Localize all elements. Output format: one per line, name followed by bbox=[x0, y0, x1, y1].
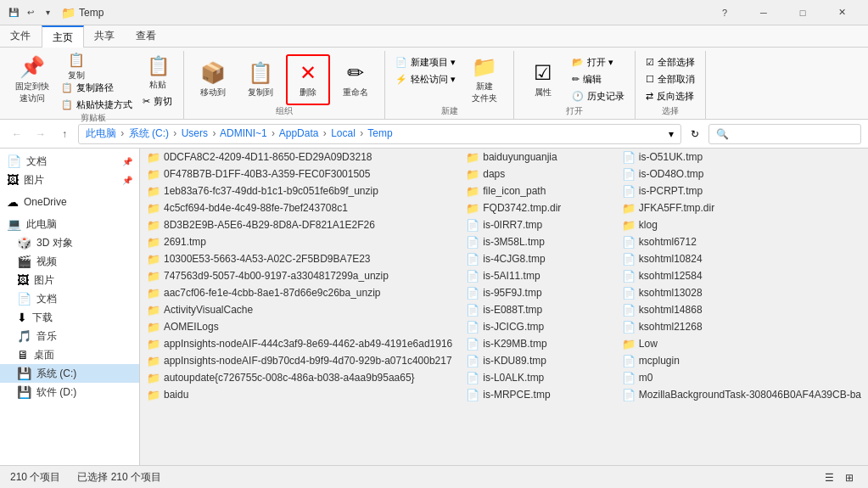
refresh-button[interactable]: ↻ bbox=[685, 124, 705, 144]
copy-path-button[interactable]: 📋 复制路径 bbox=[58, 80, 136, 95]
list-item[interactable]: 📄is-95F9J.tmp bbox=[459, 284, 615, 301]
tab-share[interactable]: 共享 bbox=[84, 25, 126, 47]
list-item[interactable]: 📁baiduyunguanjia bbox=[459, 149, 615, 165]
tab-file[interactable]: 文件 bbox=[0, 25, 42, 47]
sidebar-item-music[interactable]: 🎵 音乐 bbox=[0, 327, 139, 345]
paste-button[interactable]: 📋 粘贴 bbox=[139, 54, 176, 92]
maximize-button[interactable]: □ bbox=[783, 0, 822, 25]
list-item[interactable]: 📄mcplugin bbox=[615, 352, 868, 369]
list-item[interactable]: 📁2691.tmp bbox=[140, 233, 459, 250]
cut-button[interactable]: ✂ 剪切 bbox=[139, 93, 176, 109]
list-item[interactable]: 📁Low bbox=[615, 335, 868, 352]
easy-access-button[interactable]: ⚡ 轻松访问 ▾ bbox=[392, 71, 459, 87]
undo-icon[interactable]: ↩ bbox=[24, 6, 37, 20]
customize-icon[interactable]: ▾ bbox=[41, 6, 54, 20]
pin-button[interactable]: 📌 固定到快速访问 bbox=[10, 54, 54, 105]
sidebar-item-docs2[interactable]: 📄 文档 bbox=[0, 289, 139, 308]
new-item-button[interactable]: 📄 新建项目 ▾ bbox=[392, 54, 459, 70]
list-item[interactable]: 📄m0 bbox=[615, 369, 868, 386]
list-item[interactable]: 📄ksohtml12584 bbox=[615, 267, 868, 284]
list-item[interactable]: 📄ksohtml6712 bbox=[615, 233, 868, 250]
path-appdata[interactable]: AppData bbox=[279, 127, 319, 139]
list-item[interactable]: 📄is-KDU89.tmp bbox=[459, 352, 615, 369]
path-admin[interactable]: ADMINI~1 bbox=[220, 127, 267, 139]
search-box[interactable]: 🔍 bbox=[708, 124, 861, 144]
list-item[interactable]: 📄is-JCICG.tmp bbox=[459, 318, 615, 335]
move-to-button[interactable]: 📦 移动到 bbox=[191, 54, 235, 105]
rename-button[interactable]: ✏ 重命名 bbox=[333, 54, 378, 105]
list-item[interactable]: 📁4c5cf694-bd4e-4c49-88fe-7bef243708c1 bbox=[140, 199, 459, 216]
sidebar-item-software-d[interactable]: 💾 软件 (D:) bbox=[0, 383, 139, 401]
sidebar-item-pictures[interactable]: 🖼 图片 📌 bbox=[0, 171, 139, 189]
list-item[interactable]: 📄ksohtml10824 bbox=[615, 250, 868, 267]
help-button[interactable]: ? bbox=[705, 0, 744, 25]
list-item[interactable]: 📄ksohtml14868 bbox=[615, 301, 868, 318]
list-item[interactable]: 📁klog bbox=[615, 216, 868, 233]
list-item[interactable]: 📄is-3M58L.tmp bbox=[459, 233, 615, 250]
quick-save-icon[interactable]: 💾 bbox=[7, 6, 20, 20]
list-item[interactable]: 📄is-L0ALK.tmp bbox=[459, 369, 615, 386]
list-item[interactable]: 📄is-4CJG8.tmp bbox=[459, 250, 615, 267]
list-item[interactable]: 📁1eb83a76-fc37-49dd-b1c1-b9c051fe6b9f_un… bbox=[140, 182, 459, 199]
select-none-button[interactable]: ☐ 全部取消 bbox=[642, 71, 698, 87]
list-item[interactable]: 📄is-0IRR7.tmp bbox=[459, 216, 615, 233]
invert-select-button[interactable]: ⇄ 反向选择 bbox=[642, 88, 698, 104]
list-item[interactable]: 📄is-O51UK.tmp bbox=[615, 149, 868, 165]
list-item[interactable]: 📁0F478B7B-D1FF-40B3-A359-FEC0F3001505 bbox=[140, 165, 459, 182]
properties-button[interactable]: ☑ 属性 bbox=[521, 54, 565, 105]
back-button[interactable]: ← bbox=[7, 124, 27, 144]
open-button[interactable]: 📂 打开 ▾ bbox=[568, 54, 628, 70]
copy-to-button[interactable]: 📋 复制到 bbox=[238, 54, 283, 105]
list-item[interactable]: 📄is-E088T.tmp bbox=[459, 301, 615, 318]
list-item[interactable]: 📄is-PCRPT.tmp bbox=[615, 182, 868, 199]
list-item[interactable]: 📄is-5AI11.tmp bbox=[459, 267, 615, 284]
list-item[interactable]: 📁daps bbox=[459, 165, 615, 182]
list-item[interactable]: 📁baidu bbox=[140, 386, 459, 403]
list-item[interactable]: 📁appInsights-nodeAIF-d9b70cd4-b9f9-4d70-… bbox=[140, 352, 459, 369]
list-item[interactable]: 📄MozillaBackgroundTask-308046B0AF4A39CB-… bbox=[615, 386, 868, 403]
path-pc[interactable]: 此电脑 bbox=[86, 127, 116, 139]
history-button[interactable]: 🕐 历史记录 bbox=[568, 88, 628, 104]
list-item[interactable]: 📁ActivityVisualCache bbox=[140, 301, 459, 318]
edit-button[interactable]: ✏ 编辑 bbox=[568, 71, 628, 87]
list-item[interactable]: 📄is-OD48O.tmp bbox=[615, 165, 868, 182]
list-item[interactable]: 📄is-MRPCE.tmp bbox=[459, 386, 615, 403]
select-all-button[interactable]: ☑ 全部选择 bbox=[642, 54, 698, 70]
list-item[interactable]: 📁8D3B2E9B-A5E6-4B29-8D8A-DF821A1E2F26 bbox=[140, 216, 459, 233]
sidebar-item-thispc[interactable]: 💻 此电脑 bbox=[0, 215, 139, 233]
sidebar-item-system-c[interactable]: 💾 系统 (C:) bbox=[0, 364, 139, 383]
path-dropdown-icon[interactable]: ▾ bbox=[669, 128, 674, 140]
large-icons-button[interactable]: ⊞ bbox=[841, 469, 858, 486]
details-view-button[interactable]: ☰ bbox=[820, 469, 837, 486]
list-item[interactable]: 📁10300E53-5663-4A53-A02C-2F5BD9BA7E23 bbox=[140, 250, 459, 267]
list-item[interactable]: 📁aac7cf06-fe1e-4cbb-8ae1-87d66e9c26ba_un… bbox=[140, 284, 459, 301]
path-temp[interactable]: Temp bbox=[367, 127, 392, 139]
list-item[interactable]: 📄is-K29MB.tmp bbox=[459, 335, 615, 352]
copy-button[interactable]: 📋 复制 bbox=[58, 54, 95, 78]
paste-shortcut-button[interactable]: 📋 粘贴快捷方式 bbox=[58, 97, 136, 112]
sidebar-item-video[interactable]: 🎬 视频 bbox=[0, 252, 139, 271]
path-users[interactable]: Users bbox=[182, 127, 208, 139]
sidebar-item-documents[interactable]: 📄 文档 📌 bbox=[0, 152, 139, 171]
new-folder-button[interactable]: 📁 新建文件夹 bbox=[462, 54, 507, 105]
sidebar-item-pictures2[interactable]: 🖼 图片 bbox=[0, 271, 139, 289]
forward-button[interactable]: → bbox=[31, 124, 51, 144]
sidebar-item-desktop[interactable]: 🖥 桌面 bbox=[0, 345, 139, 364]
list-item[interactable]: 📄ksohtml13028 bbox=[615, 284, 868, 301]
list-item[interactable]: 📁autoupdate{c726755c-008c-486a-b038-a4aa… bbox=[140, 369, 459, 386]
tab-home[interactable]: 主页 bbox=[42, 25, 84, 48]
list-item[interactable]: 📁JFKA5FF.tmp.dir bbox=[615, 199, 868, 216]
sidebar-item-downloads[interactable]: ⬇ 下载 bbox=[0, 308, 139, 327]
tab-view[interactable]: 查看 bbox=[126, 25, 167, 47]
delete-button[interactable]: ✕ 删除 bbox=[286, 54, 330, 105]
sidebar-item-3d[interactable]: 🎲 3D 对象 bbox=[0, 233, 139, 252]
list-item[interactable]: 📄ksohtml21268 bbox=[615, 318, 868, 335]
list-item[interactable]: 📁0DCFA8C2-4209-4D11-8650-ED29A09D3218 bbox=[140, 149, 459, 165]
sidebar-item-onedrive[interactable]: ☁ OneDrive bbox=[0, 193, 139, 211]
path-c[interactable]: 系统 (C:) bbox=[129, 127, 169, 139]
path-local[interactable]: Local bbox=[331, 127, 356, 139]
close-button[interactable]: ✕ bbox=[822, 0, 861, 25]
list-item[interactable]: 📁AOMEILogs bbox=[140, 318, 459, 335]
list-item[interactable]: 📁747563d9-5057-4b00-9197-a3304817299a_un… bbox=[140, 267, 459, 284]
list-item[interactable]: 📁file_icon_path bbox=[459, 182, 615, 199]
